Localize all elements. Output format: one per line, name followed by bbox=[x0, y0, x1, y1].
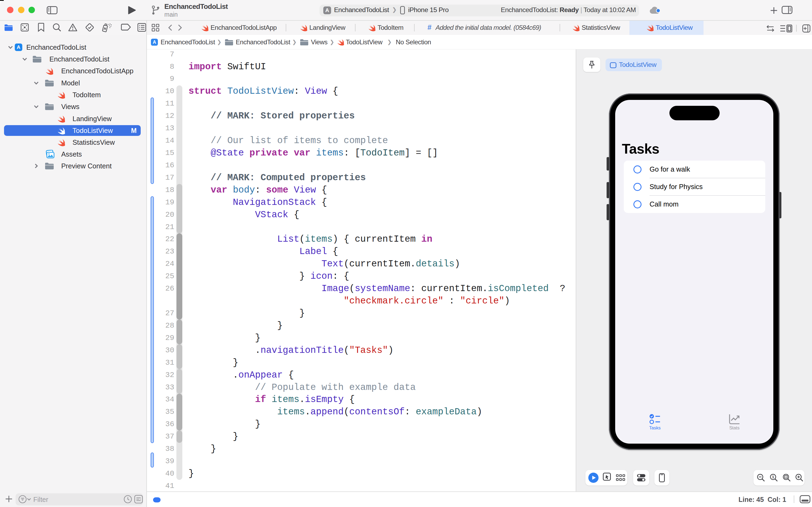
svg-text:1: 1 bbox=[772, 474, 774, 479]
